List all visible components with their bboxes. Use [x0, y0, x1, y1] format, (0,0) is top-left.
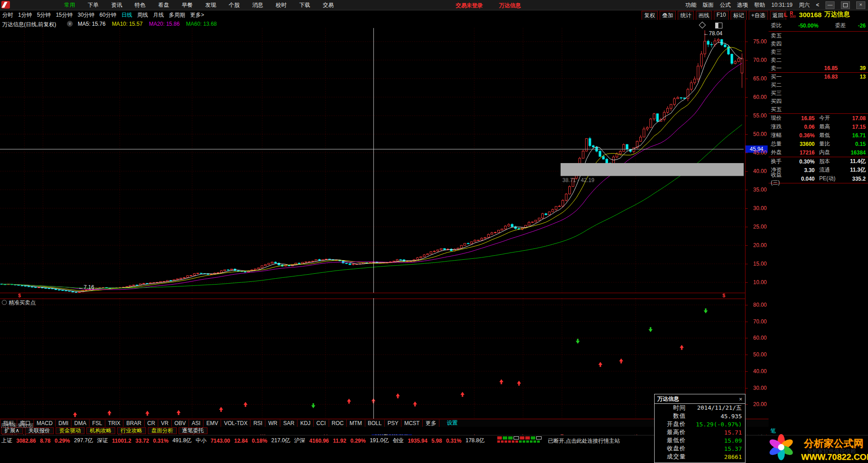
index-change: 11.92 [333, 438, 346, 444]
indicator-collapse-icon[interactable] [2, 300, 7, 305]
indicator-tab[interactable]: MACD [34, 420, 56, 427]
indicator-chart[interactable] [0, 298, 744, 429]
indicator-tab[interactable]: VR [158, 420, 172, 427]
function-button[interactable]: 资金驱动 [56, 427, 85, 434]
indicator-tab[interactable]: FSL [90, 420, 105, 427]
tool-button[interactable]: 叠加 [660, 11, 676, 20]
period-tab[interactable]: 60分钟 [99, 11, 116, 19]
main-candlestick-chart[interactable]: 38.71 - 42.19←78.04←7.16 [0, 28, 744, 293]
indicator-tab[interactable]: KDJ [297, 420, 314, 427]
menu-item[interactable]: 交易 [323, 1, 334, 9]
drawing-anchor-icon[interactable]: $ [722, 293, 725, 298]
popup-title-bar[interactable]: 万达信息 × [655, 394, 745, 404]
period-tab[interactable]: 15分钟 [56, 11, 72, 19]
buy-row[interactable]: 买四 [769, 97, 868, 105]
menu-item[interactable]: 资讯 [111, 1, 122, 9]
tool-button[interactable]: 复权 [642, 11, 658, 20]
tool-button[interactable]: 画线 [696, 11, 712, 20]
tab-settings[interactable]: 设置 [444, 419, 460, 427]
buy-row[interactable]: 买一16.8313 [769, 73, 868, 81]
menu-item[interactable]: 公式 [720, 1, 731, 9]
indicator-tab[interactable]: TRIX [105, 420, 123, 427]
index-name[interactable]: 创业 [393, 437, 404, 444]
collapse-chart-icon[interactable]: ∨ [67, 21, 73, 27]
indicator-tab[interactable]: VOL-TDX [221, 420, 250, 427]
period-tab[interactable]: 5分钟 [37, 11, 51, 19]
indicator-tab[interactable]: BRAR [123, 420, 144, 427]
menu-item[interactable]: 下单 [88, 1, 99, 9]
period-tab[interactable]: 1分钟 [18, 11, 32, 19]
index-name[interactable]: 上证 [1, 437, 12, 444]
market-heat-widget[interactable] [497, 436, 545, 444]
index-name[interactable]: 中小 [196, 437, 207, 444]
indicator-tab[interactable]: CR [145, 420, 158, 427]
period-tab[interactable]: 月线 [153, 11, 164, 19]
menu-item[interactable]: 特色 [135, 1, 146, 9]
collapse-arrow-icon[interactable]: < [816, 2, 819, 8]
close-button[interactable]: × [856, 1, 865, 9]
menu-item[interactable]: 发现 [205, 1, 216, 9]
menu-item[interactable]: 看盘 [158, 1, 169, 9]
sell-row[interactable]: 卖二 [769, 56, 868, 64]
period-tab[interactable]: 多周期 [169, 11, 185, 19]
period-tab[interactable]: 周线 [137, 11, 148, 19]
buy-row[interactable]: 买二 [769, 81, 868, 89]
menu-item[interactable]: 功能 [685, 1, 696, 9]
period-tab[interactable]: 更多> [190, 11, 204, 19]
tool-button[interactable]: F10 [714, 11, 729, 20]
period-tab[interactable]: 30分钟 [78, 11, 94, 19]
indicator-tab[interactable]: RSI [250, 420, 265, 427]
index-percent: 0.18% [252, 438, 267, 444]
index-name[interactable]: 沪深 [294, 437, 305, 444]
menu-item[interactable]: 版面 [703, 1, 713, 9]
tool-button[interactable]: 统计 [678, 11, 694, 20]
indicator-tab[interactable]: CCI [314, 420, 329, 427]
indicator-tab[interactable]: SAR [280, 420, 297, 427]
indicator-tab[interactable]: WR [265, 420, 280, 427]
close-icon[interactable]: × [739, 396, 742, 402]
menu-item[interactable]: 帮助 [754, 1, 765, 9]
menu-item[interactable]: 下载 [299, 1, 310, 9]
alert-stock-name[interactable]: 万达信息 [499, 2, 521, 9]
menu-item[interactable]: 个股 [229, 1, 240, 9]
sell-row[interactable]: 卖四 [769, 40, 868, 48]
diamond-icon[interactable] [699, 22, 706, 29]
menu-item[interactable]: 校时 [276, 1, 287, 9]
drawing-anchor-icon[interactable]: $ [18, 293, 21, 298]
tool-button[interactable]: +自选 [749, 11, 768, 20]
period-tab[interactable]: 日线 [121, 11, 132, 19]
sell-row[interactable]: 卖三 [769, 48, 868, 56]
sell-row[interactable]: 卖一16.8539 [769, 64, 868, 72]
menu-item[interactable]: 消息 [252, 1, 263, 9]
indicator-tab[interactable]: EMV [203, 420, 221, 427]
indicator-tab[interactable]: DMI [56, 420, 71, 427]
indicator-tab[interactable]: DMA [71, 420, 90, 427]
function-button[interactable]: 行业攻略 [117, 427, 146, 434]
buy-row[interactable]: 买五 [769, 105, 868, 113]
minimize-button[interactable]: — [826, 1, 835, 9]
index-name[interactable]: 深证 [97, 437, 108, 444]
trade-login-status[interactable]: 交易未登录 [456, 2, 483, 9]
function-button[interactable]: 盘面分析 [148, 427, 177, 434]
indicator-tab[interactable]: MTM [347, 420, 365, 427]
indicator-tab[interactable]: MCST [401, 420, 423, 427]
indicator-tab[interactable]: 更多 [423, 420, 439, 427]
maximize-button[interactable] [841, 1, 850, 9]
period-tab[interactable]: 分时 [2, 11, 13, 19]
function-button[interactable]: 机构攻略 [86, 427, 115, 434]
menu-item[interactable]: 选项 [737, 1, 748, 9]
connection-status[interactable]: 已断开,点击此处连接行情主站 [548, 437, 620, 445]
indicator-tab[interactable]: PSY [385, 420, 401, 427]
menu-item[interactable]: 早餐 [182, 1, 193, 9]
function-button[interactable]: 逐笔委托 [179, 427, 208, 434]
indicator-tab[interactable]: BOLL [365, 420, 385, 427]
indicator-panel[interactable]: 精准买卖点 用到未来数据 [0, 298, 745, 429]
indicator-tab[interactable]: ROC [329, 420, 347, 427]
sell-row[interactable]: 卖五 [769, 32, 868, 40]
app-logo-icon[interactable] [1, 1, 10, 9]
indicator-tab[interactable]: ASI [189, 420, 203, 427]
indicator-tab[interactable]: OBV [172, 420, 189, 427]
menu-item[interactable]: 常用 [64, 1, 75, 9]
tool-button[interactable]: 标记 [731, 11, 747, 20]
buy-row[interactable]: 买三 [769, 89, 868, 97]
